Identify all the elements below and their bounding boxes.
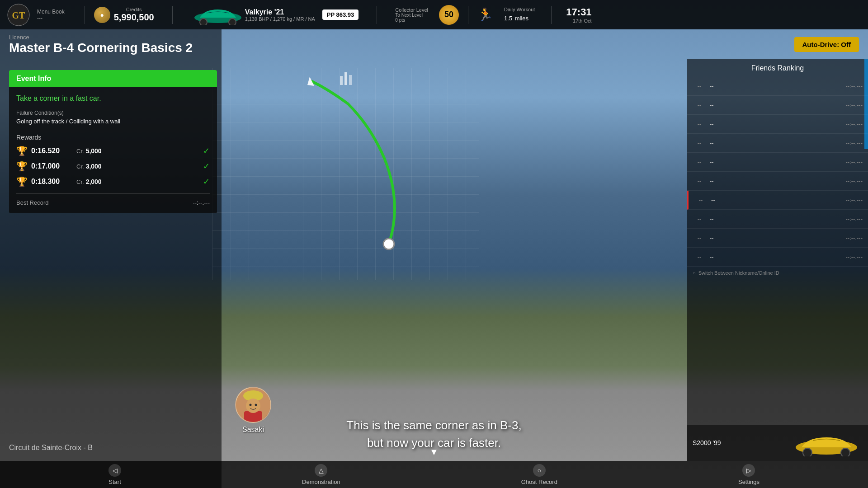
daily-workout-section: 🏃 Daily Workout 1.5 miles	[477, 7, 542, 23]
divider-4	[468, 6, 468, 24]
ranking-row-highlight: -- -- --:--.---	[687, 191, 868, 210]
licence-title: Master B-4 Cornering Basics 2	[9, 41, 193, 55]
divider-1	[85, 6, 85, 24]
rank-name-h: --	[711, 197, 842, 203]
start-label: Start	[108, 479, 121, 485]
rank-name-4: --	[710, 140, 842, 146]
bronze-check-icon: ✓	[203, 177, 210, 187]
svg-point-6	[383, 239, 394, 249]
rank-num-6: --	[693, 178, 706, 184]
rank-num-8: --	[693, 216, 706, 222]
ranking-row-6: -- -- --:--.---	[687, 172, 868, 191]
demonstration-button[interactable]: △ Demonstration	[302, 464, 340, 485]
collector-next: To Next Level	[395, 13, 428, 18]
gt-logo-icon: GT	[7, 4, 30, 26]
rank-num-h: --	[694, 197, 708, 203]
bronze-reward-row: 🏆 0:18.300 Cr. 2,000 ✓	[16, 176, 210, 187]
menu-book-dots: ---	[37, 15, 65, 21]
bronze-time: 0:18.300	[31, 178, 76, 186]
gold-cr-label: Cr.	[76, 148, 84, 155]
time-section: 17:31 17th Oct	[566, 6, 591, 23]
ranking-row-1: -- -- --:--.---	[687, 77, 868, 96]
licence-label: Licence	[9, 34, 193, 41]
silver-cr-label: Cr.	[76, 163, 84, 170]
scroll-indicator[interactable]	[864, 59, 868, 149]
rank-num-4: --	[693, 140, 706, 146]
best-record-value: --:--.---	[193, 199, 210, 206]
svg-point-11	[250, 404, 252, 406]
failure-text: Going off the track / Colliding with a w…	[16, 118, 210, 125]
svg-point-3	[200, 19, 207, 25]
daily-miles-value: 1.5 miles	[504, 12, 535, 23]
rank-time-9: --:--.---	[845, 235, 863, 241]
speed-bars	[340, 72, 352, 85]
settings-button[interactable]: ▷ Settings	[738, 464, 760, 485]
ranking-row-3: -- -- --:--.---	[687, 115, 868, 134]
rank-name-2: --	[710, 102, 842, 108]
gold-reward-row: 🏆 0:16.520 Cr. 5,000 ✓	[16, 145, 210, 156]
ranking-row-2: -- -- --:--.---	[687, 96, 868, 115]
switch-note: ○ Switch Between Nickname/Online ID	[687, 267, 868, 279]
settings-icon: ▷	[742, 464, 755, 477]
rank-num-3: --	[693, 121, 706, 127]
bronze-cr-label: Cr.	[76, 178, 84, 185]
menu-book-section[interactable]: Menu Book ---	[37, 9, 65, 21]
rank-num-5: --	[693, 159, 706, 165]
rank-name-6: --	[710, 178, 842, 184]
demonstration-label: Demonstration	[302, 479, 340, 485]
car-info: Valkyrie '21 1,139 BHP / 1,270 kg / MR /…	[245, 8, 315, 22]
rank-name-1: --	[710, 83, 842, 89]
down-arrow-icon[interactable]: ▼	[429, 447, 439, 457]
divider-3	[377, 6, 377, 24]
pp-badge: PP 863.93	[322, 9, 359, 20]
silver-time: 0:17.000	[31, 162, 76, 170]
friends-ranking-panel: Friends Ranking -- -- --:--.--- -- -- --…	[687, 59, 868, 461]
bottom-bar: ◁ Start △ Demonstration ○ Ghost Record ▷…	[0, 461, 868, 488]
gold-cr-value: 5,000	[86, 147, 102, 155]
gold-trophy-icon: 🏆	[16, 145, 28, 156]
time-value: 17:31	[566, 6, 591, 18]
ranking-row-5: -- -- --:--.---	[687, 153, 868, 172]
ranking-row-10: -- -- --:--.---	[687, 248, 868, 267]
rewards-label: Rewards	[16, 134, 210, 141]
daily-label: Daily Workout	[504, 7, 535, 12]
pp-value: 863.93	[336, 11, 354, 18]
event-description: Take a corner in a fast car.	[16, 94, 210, 103]
coin-icon: ●	[94, 7, 110, 23]
collector-pts: 0 pts	[395, 18, 428, 23]
event-body: Take a corner in a fast car. Failure Con…	[9, 87, 217, 213]
start-button[interactable]: ◁ Start	[108, 464, 121, 485]
svg-point-10	[246, 399, 260, 413]
pp-label: PP	[327, 11, 335, 18]
best-record-label: Best Record	[16, 199, 49, 206]
rank-time-1: --:--.---	[845, 83, 863, 89]
gold-time: 0:16.520	[31, 147, 76, 155]
demonstration-icon: △	[315, 464, 327, 477]
date-value: 17th Oct	[566, 18, 591, 23]
rank-name-5: --	[710, 159, 842, 165]
ghost-record-button[interactable]: ○ Ghost Record	[521, 464, 557, 485]
rank-num-1: --	[693, 83, 706, 89]
start-icon: ◁	[108, 464, 121, 477]
car-section: Valkyrie '21 1,139 BHP / 1,270 kg / MR /…	[191, 5, 359, 25]
failure-label: Failure Condition(s)	[16, 110, 210, 116]
rank-name-9: --	[710, 235, 842, 241]
svg-point-4	[229, 19, 236, 25]
settings-label: Settings	[738, 479, 760, 485]
rank-name-10: --	[710, 253, 842, 260]
bronze-cr-value: 2,000	[86, 178, 102, 185]
collector-level: 50	[444, 10, 453, 19]
auto-drive-button[interactable]: Auto-Drive: Off	[794, 37, 859, 52]
svg-text:GT: GT	[12, 10, 26, 20]
rank-num-10: --	[693, 253, 706, 260]
switch-note-text: Switch Between Nickname/Online ID	[698, 270, 779, 276]
run-icon: 🏃	[477, 7, 493, 22]
rank-num-2: --	[693, 102, 706, 108]
licence-area: Licence Master B-4 Cornering Basics 2	[9, 34, 193, 55]
friends-ranking-title: Friends Ranking	[687, 59, 868, 77]
credits-section: ● Credits 5,990,500	[94, 7, 163, 23]
rank-name-8: --	[710, 216, 842, 222]
car-icon	[191, 5, 245, 25]
car-specs: 1,139 BHP / 1,270 kg / MR / NA	[245, 16, 315, 22]
event-info-panel: Event Info Take a corner in a fast car. …	[9, 70, 217, 213]
